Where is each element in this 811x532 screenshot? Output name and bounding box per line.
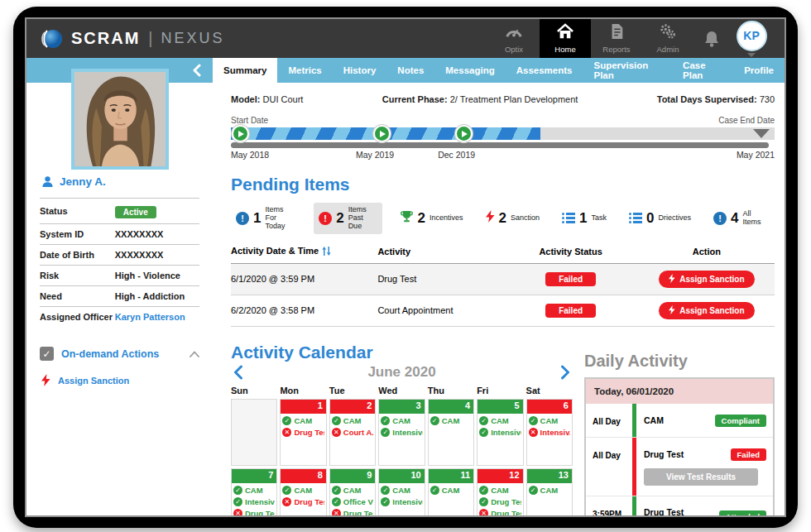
status-failed-badge: Failed xyxy=(545,304,596,318)
check-circle-icon: ✓ xyxy=(381,428,390,437)
activity-label: Intensive xyxy=(245,497,275,506)
check-circle-icon: ✓ xyxy=(381,416,390,425)
timeline-phase-marker-icon[interactable] xyxy=(373,125,391,142)
cell-action: Assign Sanction xyxy=(639,271,775,288)
filter-count: 2 xyxy=(418,210,425,227)
tab-bar: SummaryMetricsHistoryNotesMessagingAsses… xyxy=(213,58,785,83)
tab-messaging[interactable]: Messaging xyxy=(434,58,505,83)
checkbox-icon[interactable]: ✓ xyxy=(40,347,54,361)
detail-label: Status xyxy=(40,206,115,216)
on-demand-actions-header: ✓ On-demand Actions xyxy=(40,347,199,361)
case-phase: Current Phase: 2/ Treatment Plan Develop… xyxy=(303,94,656,104)
timeline-phase-marker-icon[interactable] xyxy=(455,125,473,142)
action-button-label: Assign Sanction xyxy=(679,275,744,284)
calendar-day-cell[interactable]: 8✓CAM✕Drug Test xyxy=(280,468,326,517)
alert-icon: ! xyxy=(236,212,249,225)
lightning-bolt-icon xyxy=(41,374,50,386)
activity-label: Intensive xyxy=(491,428,521,437)
detail-row-risk: RiskHigh - Violence xyxy=(40,265,199,285)
activity-label: CAM xyxy=(442,486,460,495)
table-row: 6/1/2020 @ 3:59 PMDrug TestFailedAssign … xyxy=(231,264,775,295)
pending-filter-task[interactable]: 1Task xyxy=(557,207,612,230)
entry-action-button[interactable]: View Test Results xyxy=(644,468,758,486)
cell-activity: Drug Test xyxy=(377,274,502,284)
calendar-day-cell[interactable]: 6✓CAM✕Intensiv... xyxy=(526,399,573,466)
assign-sanction-link[interactable]: Assign Sanction xyxy=(40,374,199,386)
nav-item-admin[interactable]: Admin xyxy=(642,19,693,58)
detail-value: XXXXXXXX xyxy=(115,229,199,239)
check-circle-icon: ✓ xyxy=(529,486,538,495)
tab-profile[interactable]: Profile xyxy=(733,58,785,83)
nav-item-home[interactable]: Home xyxy=(540,19,591,58)
assign-sanction-button[interactable]: Assign Sanction xyxy=(659,302,754,319)
chevron-up-icon[interactable] xyxy=(190,351,199,357)
activity-label: CAM xyxy=(540,486,559,495)
calendar-day-cell[interactable]: 13✓CAM xyxy=(526,468,573,517)
pending-filter-items-past-due[interactable]: !2Items Past Due xyxy=(314,203,382,234)
calendar-day-cell[interactable]: 9✓CAM✓Office Vi...✕Drug Test xyxy=(329,468,376,517)
timeline-date-label: Dec 2019 xyxy=(438,150,475,160)
nav-item-label: Reports xyxy=(602,45,630,54)
calendar-day-cell[interactable]: 1✓CAM✕Drug Test xyxy=(280,399,326,466)
calendar-day-cell[interactable]: 2✓CAM✕Court A... xyxy=(329,399,376,466)
on-demand-actions-title: On-demand Actions xyxy=(61,348,182,360)
nav-item-optix[interactable]: Optix xyxy=(488,19,540,58)
check-circle-icon: ✓ xyxy=(529,416,538,425)
tab-history[interactable]: History xyxy=(333,58,387,83)
day-number: 7 xyxy=(232,469,276,483)
table-row: 6/2/2020 @ 3:58 PMCourt AppointmentFaile… xyxy=(231,295,775,327)
sort-icon[interactable] xyxy=(322,247,331,257)
pending-filter-driectives[interactable]: 0Driectives xyxy=(624,207,696,230)
notifications-bell-icon[interactable] xyxy=(693,30,730,48)
top-bar: SCRAM | NEXUS OptixHomeReportsAdmin KP xyxy=(26,19,785,58)
pending-filter-items-for-today[interactable]: !1Items For Today xyxy=(231,203,301,234)
calendar-grid: 1✓CAM✕Drug Test2✓CAM✕Court A...3✓CAM✓Int… xyxy=(231,399,573,517)
detail-label: Assigned Officer xyxy=(40,312,115,322)
check-circle-icon: ✓ xyxy=(233,486,242,495)
calendar-day-cell[interactable]: 5✓CAM✓Intensive xyxy=(477,399,523,466)
status-failed-badge: Failed xyxy=(545,272,596,286)
client-name: Jenny A. xyxy=(60,175,106,188)
user-avatar[interactable]: KP xyxy=(730,21,773,57)
pending-filter-incentives[interactable]: 2Incentives xyxy=(395,207,468,230)
x-circle-icon: ✕ xyxy=(332,428,341,437)
timeline-end-marker-icon xyxy=(753,129,770,138)
entry-content: CAMCompliant xyxy=(636,404,773,437)
assign-sanction-button[interactable]: Assign Sanction xyxy=(659,271,754,288)
tab-notes[interactable]: Notes xyxy=(386,58,434,83)
nav-item-reports[interactable]: Reports xyxy=(591,19,642,58)
tab-supervision-plan[interactable]: Supervision Plan xyxy=(583,58,672,83)
day-items: ✓CAM✕Intensiv... xyxy=(527,414,572,442)
calendar-prev-month-button[interactable] xyxy=(231,365,245,380)
calendar-day-cell[interactable]: 4✓CAM xyxy=(428,399,474,466)
weekday-label: Tue xyxy=(329,386,376,395)
calendar-day-cell[interactable]: 12✓CAM✓Drug Test✕Drug Test xyxy=(477,468,523,517)
activity-calendar-title: Activity Calendar xyxy=(231,343,573,362)
pending-filter-sanction[interactable]: 2Sanction xyxy=(481,207,545,230)
calendar-activity-item: ✕Drug Test xyxy=(332,509,373,517)
sidebar-collapse-button[interactable] xyxy=(190,64,203,77)
tab-assesments[interactable]: Assesments xyxy=(506,58,583,83)
logo-scram-text: SCRAM xyxy=(71,29,140,48)
calendar-next-month-button[interactable] xyxy=(559,365,573,380)
calendar-day-cell[interactable]: 10✓CAM✓Intensive xyxy=(378,468,425,517)
cell-datetime: 6/2/2020 @ 3:58 PM xyxy=(231,305,377,315)
calendar-day-cell[interactable]: 3✓CAM✓Intensive xyxy=(378,399,425,466)
detail-value[interactable]: Karyn Patterson xyxy=(115,312,199,322)
tab-metrics[interactable]: Metrics xyxy=(277,58,332,83)
timeline-track xyxy=(231,142,769,148)
alert-icon: ! xyxy=(713,212,727,225)
day-number: 9 xyxy=(330,469,375,483)
pending-filter-all-items[interactable]: !4All Items xyxy=(708,207,775,230)
calendar-day-cell[interactable]: 7✓CAM✓Intensive✕Drug Test xyxy=(231,468,277,517)
filter-count: 0 xyxy=(646,210,654,227)
x-circle-icon: ✕ xyxy=(233,509,242,517)
tab-summary[interactable]: Summary xyxy=(213,58,277,83)
day-number: 13 xyxy=(527,469,572,483)
play-triangle xyxy=(380,131,386,137)
weekday-label: Wed xyxy=(378,386,425,395)
bolt-icon xyxy=(486,210,495,226)
calendar-day-cell[interactable]: 11✓CAM xyxy=(428,468,474,517)
day-number: 12 xyxy=(477,469,522,483)
tab-case-plan[interactable]: Case Plan xyxy=(672,58,733,83)
